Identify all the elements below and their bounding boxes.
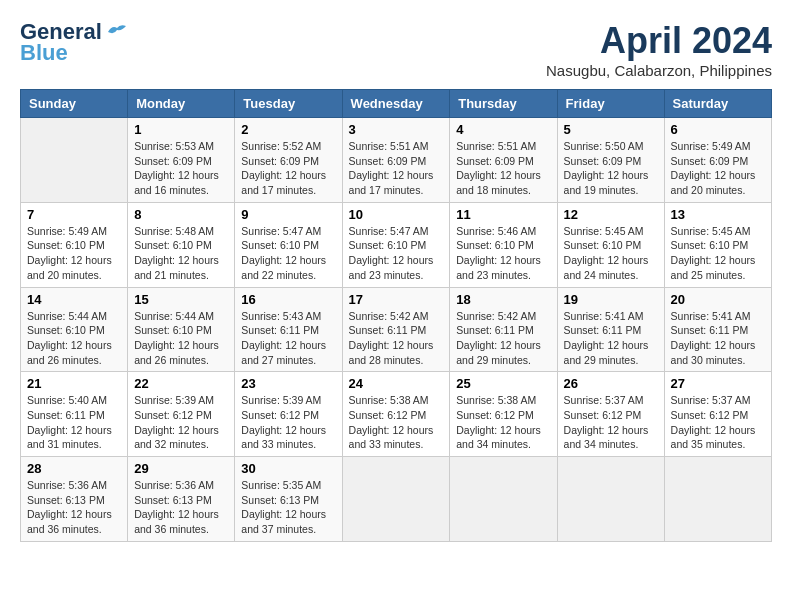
calendar-cell (664, 457, 771, 542)
day-number: 10 (349, 207, 444, 222)
calendar-cell (342, 457, 450, 542)
title-area: April 2024 Nasugbu, Calabarzon, Philippi… (546, 20, 772, 79)
day-info: Sunrise: 5:37 AMSunset: 6:12 PMDaylight:… (671, 393, 765, 452)
day-info: Sunrise: 5:40 AMSunset: 6:11 PMDaylight:… (27, 393, 121, 452)
day-number: 13 (671, 207, 765, 222)
calendar-cell (557, 457, 664, 542)
day-info: Sunrise: 5:35 AMSunset: 6:13 PMDaylight:… (241, 478, 335, 537)
col-header-tuesday: Tuesday (235, 90, 342, 118)
day-info: Sunrise: 5:50 AMSunset: 6:09 PMDaylight:… (564, 139, 658, 198)
col-header-thursday: Thursday (450, 90, 557, 118)
calendar-cell: 20Sunrise: 5:41 AMSunset: 6:11 PMDayligh… (664, 287, 771, 372)
day-number: 28 (27, 461, 121, 476)
day-number: 30 (241, 461, 335, 476)
week-row-2: 7Sunrise: 5:49 AMSunset: 6:10 PMDaylight… (21, 202, 772, 287)
calendar-cell: 16Sunrise: 5:43 AMSunset: 6:11 PMDayligh… (235, 287, 342, 372)
calendar-cell: 19Sunrise: 5:41 AMSunset: 6:11 PMDayligh… (557, 287, 664, 372)
day-number: 17 (349, 292, 444, 307)
day-number: 11 (456, 207, 550, 222)
calendar-cell: 15Sunrise: 5:44 AMSunset: 6:10 PMDayligh… (128, 287, 235, 372)
week-row-1: 1Sunrise: 5:53 AMSunset: 6:09 PMDaylight… (21, 118, 772, 203)
calendar-cell: 30Sunrise: 5:35 AMSunset: 6:13 PMDayligh… (235, 457, 342, 542)
month-year-title: April 2024 (546, 20, 772, 62)
day-info: Sunrise: 5:37 AMSunset: 6:12 PMDaylight:… (564, 393, 658, 452)
col-header-friday: Friday (557, 90, 664, 118)
calendar-cell: 1Sunrise: 5:53 AMSunset: 6:09 PMDaylight… (128, 118, 235, 203)
day-number: 1 (134, 122, 228, 137)
calendar-cell: 25Sunrise: 5:38 AMSunset: 6:12 PMDayligh… (450, 372, 557, 457)
day-info: Sunrise: 5:44 AMSunset: 6:10 PMDaylight:… (27, 309, 121, 368)
calendar-cell: 9Sunrise: 5:47 AMSunset: 6:10 PMDaylight… (235, 202, 342, 287)
calendar-cell: 10Sunrise: 5:47 AMSunset: 6:10 PMDayligh… (342, 202, 450, 287)
calendar-cell (450, 457, 557, 542)
calendar-cell: 24Sunrise: 5:38 AMSunset: 6:12 PMDayligh… (342, 372, 450, 457)
day-number: 25 (456, 376, 550, 391)
day-number: 16 (241, 292, 335, 307)
logo-blue: Blue (20, 40, 68, 66)
calendar-cell: 26Sunrise: 5:37 AMSunset: 6:12 PMDayligh… (557, 372, 664, 457)
day-info: Sunrise: 5:47 AMSunset: 6:10 PMDaylight:… (349, 224, 444, 283)
day-number: 19 (564, 292, 658, 307)
day-number: 8 (134, 207, 228, 222)
day-info: Sunrise: 5:47 AMSunset: 6:10 PMDaylight:… (241, 224, 335, 283)
day-info: Sunrise: 5:52 AMSunset: 6:09 PMDaylight:… (241, 139, 335, 198)
day-info: Sunrise: 5:43 AMSunset: 6:11 PMDaylight:… (241, 309, 335, 368)
day-info: Sunrise: 5:41 AMSunset: 6:11 PMDaylight:… (564, 309, 658, 368)
calendar-cell: 14Sunrise: 5:44 AMSunset: 6:10 PMDayligh… (21, 287, 128, 372)
calendar-cell: 21Sunrise: 5:40 AMSunset: 6:11 PMDayligh… (21, 372, 128, 457)
calendar-cell: 18Sunrise: 5:42 AMSunset: 6:11 PMDayligh… (450, 287, 557, 372)
day-info: Sunrise: 5:38 AMSunset: 6:12 PMDaylight:… (349, 393, 444, 452)
calendar-cell: 8Sunrise: 5:48 AMSunset: 6:10 PMDaylight… (128, 202, 235, 287)
day-number: 12 (564, 207, 658, 222)
calendar-cell (21, 118, 128, 203)
day-info: Sunrise: 5:51 AMSunset: 6:09 PMDaylight:… (349, 139, 444, 198)
calendar-cell: 23Sunrise: 5:39 AMSunset: 6:12 PMDayligh… (235, 372, 342, 457)
col-header-monday: Monday (128, 90, 235, 118)
week-row-4: 21Sunrise: 5:40 AMSunset: 6:11 PMDayligh… (21, 372, 772, 457)
day-number: 24 (349, 376, 444, 391)
col-header-saturday: Saturday (664, 90, 771, 118)
week-row-3: 14Sunrise: 5:44 AMSunset: 6:10 PMDayligh… (21, 287, 772, 372)
day-number: 23 (241, 376, 335, 391)
calendar-cell: 27Sunrise: 5:37 AMSunset: 6:12 PMDayligh… (664, 372, 771, 457)
day-info: Sunrise: 5:42 AMSunset: 6:11 PMDaylight:… (456, 309, 550, 368)
day-number: 18 (456, 292, 550, 307)
calendar-cell: 22Sunrise: 5:39 AMSunset: 6:12 PMDayligh… (128, 372, 235, 457)
day-info: Sunrise: 5:41 AMSunset: 6:11 PMDaylight:… (671, 309, 765, 368)
day-info: Sunrise: 5:49 AMSunset: 6:09 PMDaylight:… (671, 139, 765, 198)
page-header: General Blue April 2024 Nasugbu, Calabar… (20, 20, 772, 79)
calendar-cell: 5Sunrise: 5:50 AMSunset: 6:09 PMDaylight… (557, 118, 664, 203)
calendar-cell: 4Sunrise: 5:51 AMSunset: 6:09 PMDaylight… (450, 118, 557, 203)
logo-bird-icon (106, 23, 128, 41)
day-info: Sunrise: 5:36 AMSunset: 6:13 PMDaylight:… (134, 478, 228, 537)
day-number: 29 (134, 461, 228, 476)
day-info: Sunrise: 5:46 AMSunset: 6:10 PMDaylight:… (456, 224, 550, 283)
day-info: Sunrise: 5:48 AMSunset: 6:10 PMDaylight:… (134, 224, 228, 283)
col-header-wednesday: Wednesday (342, 90, 450, 118)
calendar-cell: 11Sunrise: 5:46 AMSunset: 6:10 PMDayligh… (450, 202, 557, 287)
day-number: 5 (564, 122, 658, 137)
day-info: Sunrise: 5:49 AMSunset: 6:10 PMDaylight:… (27, 224, 121, 283)
day-info: Sunrise: 5:38 AMSunset: 6:12 PMDaylight:… (456, 393, 550, 452)
calendar-cell: 7Sunrise: 5:49 AMSunset: 6:10 PMDaylight… (21, 202, 128, 287)
day-number: 15 (134, 292, 228, 307)
calendar-cell: 12Sunrise: 5:45 AMSunset: 6:10 PMDayligh… (557, 202, 664, 287)
day-number: 4 (456, 122, 550, 137)
day-number: 9 (241, 207, 335, 222)
calendar-cell: 17Sunrise: 5:42 AMSunset: 6:11 PMDayligh… (342, 287, 450, 372)
calendar-table: SundayMondayTuesdayWednesdayThursdayFrid… (20, 89, 772, 542)
location-subtitle: Nasugbu, Calabarzon, Philippines (546, 62, 772, 79)
day-info: Sunrise: 5:39 AMSunset: 6:12 PMDaylight:… (241, 393, 335, 452)
day-number: 2 (241, 122, 335, 137)
day-number: 3 (349, 122, 444, 137)
day-info: Sunrise: 5:42 AMSunset: 6:11 PMDaylight:… (349, 309, 444, 368)
calendar-cell: 29Sunrise: 5:36 AMSunset: 6:13 PMDayligh… (128, 457, 235, 542)
calendar-cell: 28Sunrise: 5:36 AMSunset: 6:13 PMDayligh… (21, 457, 128, 542)
day-number: 26 (564, 376, 658, 391)
calendar-cell: 3Sunrise: 5:51 AMSunset: 6:09 PMDaylight… (342, 118, 450, 203)
logo: General Blue (20, 20, 128, 66)
day-number: 21 (27, 376, 121, 391)
day-info: Sunrise: 5:44 AMSunset: 6:10 PMDaylight:… (134, 309, 228, 368)
day-number: 14 (27, 292, 121, 307)
day-number: 20 (671, 292, 765, 307)
